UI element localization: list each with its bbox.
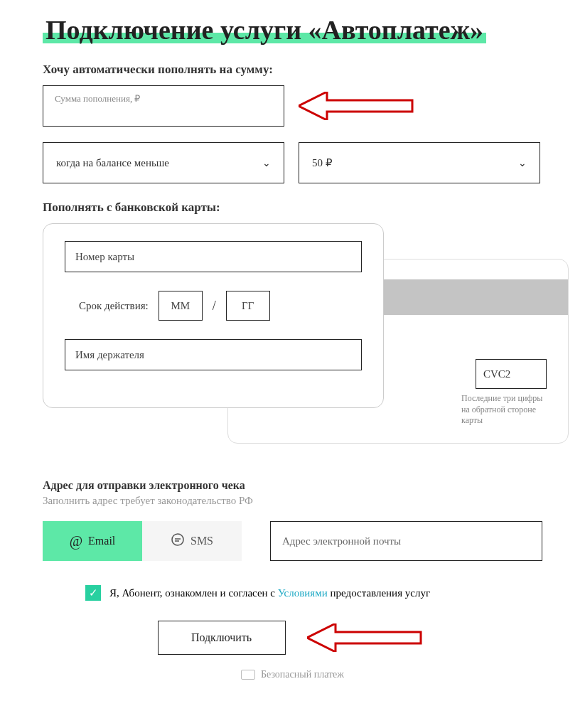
consent-checkbox[interactable]: ✓ — [85, 585, 101, 601]
condition-select[interactable]: когда на балансе меньше ⌄ — [43, 142, 284, 183]
tab-email[interactable]: @ Email — [43, 521, 142, 561]
receipt-hint: Заполнить адрес требует законодательство… — [43, 495, 542, 507]
secure-label: Безопасный платеж — [261, 669, 344, 680]
expiry-month-input[interactable]: ММ — [159, 291, 203, 321]
expiry-year-input[interactable]: ГГ — [226, 291, 270, 321]
contact-tabs: @ Email SMS — [43, 521, 242, 561]
consent-text: Я, Абонент, ознакомлен и согласен с Усло… — [109, 587, 430, 599]
cvc-hint: Последние три цифры на обратной стороне … — [461, 393, 547, 427]
terms-link[interactable]: Условиями — [278, 587, 328, 599]
page-title: Подключение услуги «Автоплатеж» — [43, 14, 542, 46]
cvc-input[interactable]: CVC2 — [476, 359, 547, 389]
expiry-label: Срок действия: — [79, 300, 149, 312]
amount-input[interactable]: Сумма пополнения, ₽ — [43, 85, 284, 127]
amount-label: Хочу автоматически пополнять на сумму: — [43, 63, 542, 77]
annotation-arrow-icon — [307, 623, 428, 652]
card-number-input[interactable]: Номер карты — [65, 241, 362, 272]
at-icon: @ — [70, 533, 82, 550]
tab-email-label: Email — [88, 535, 115, 547]
annotation-arrow-icon — [299, 92, 419, 120]
threshold-select[interactable]: 50 ₽ ⌄ — [299, 142, 540, 183]
card-holder-input[interactable]: Имя держателя — [65, 339, 362, 370]
receipt-label: Адрес для отправки электронного чека — [43, 479, 542, 492]
chevron-down-icon: ⌄ — [518, 157, 527, 169]
expiry-separator: / — [213, 299, 216, 314]
card-front: Номер карты Срок действия: ММ / ГГ Имя д… — [43, 223, 384, 408]
chat-icon — [171, 532, 185, 550]
submit-button[interactable]: Подключить — [158, 621, 286, 655]
card-section-label: Пополнять с банковской карты: — [43, 200, 542, 215]
tab-sms[interactable]: SMS — [142, 521, 242, 561]
secure-card-icon — [241, 670, 255, 680]
email-input[interactable]: Адрес электронной почты — [270, 521, 542, 561]
chevron-down-icon: ⌄ — [262, 157, 271, 169]
condition-select-label: когда на балансе меньше — [56, 157, 169, 169]
tab-sms-label: SMS — [190, 535, 213, 547]
svg-point-0 — [172, 534, 183, 545]
threshold-select-label: 50 ₽ — [312, 156, 333, 169]
